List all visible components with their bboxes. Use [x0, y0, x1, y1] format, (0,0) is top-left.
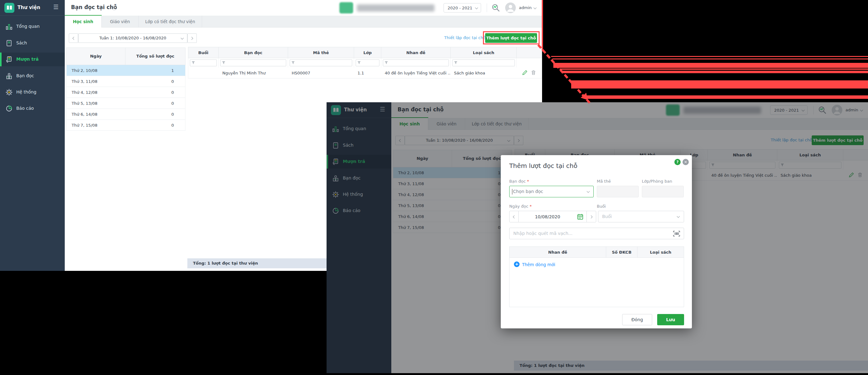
count-cell: 0: [124, 112, 179, 117]
annotation-artifact-bar: [562, 71, 868, 73]
settings-reading-link[interactable]: Thiết lập đọc tại chỗ: [444, 35, 486, 40]
save-button[interactable]: Lưu: [657, 314, 684, 325]
filter-input[interactable]: [290, 59, 352, 66]
date-field[interactable]: 10/08/2020: [518, 211, 587, 222]
filter-cell: [188, 58, 219, 68]
add-row-link[interactable]: Thêm dòng mới: [522, 262, 555, 267]
column-header-so-dkcb: Số ĐKCB: [606, 247, 638, 257]
reader-row: Nguyễn Thị Minh Thư HS00007 1.1 40 đề ôn…: [188, 68, 542, 79]
tab-giao-vien[interactable]: Giáo viên: [102, 15, 138, 28]
readers-table: Buổi Bạn đọc Mã thẻ Lớp Nhan đề Loại sác…: [188, 47, 542, 79]
reader-select[interactable]: Chọn bạn đọc: [509, 186, 594, 197]
sidebar-item-bao-cao[interactable]: Báo cáo: [0, 102, 65, 116]
annotated-tutorial-canvas: Thư viện ☰ Tổng quan Sách Mượn trả Bạn đ…: [0, 0, 868, 375]
barcode-input[interactable]: Nhập hoặc quét mã vạch...: [509, 228, 684, 239]
count-cell: 0: [124, 123, 179, 128]
plus-icon[interactable]: +: [514, 261, 520, 267]
chevron-down-icon: [475, 6, 478, 9]
days-table: Ngày Tổng số lượt đọc Thứ 2, 10/081 Thứ …: [66, 48, 185, 131]
sidebar-item-label: Sách: [16, 40, 27, 45]
chevron-left-icon: [72, 37, 76, 40]
tab-lop-doc-thu-vien[interactable]: Lớp có tiết đọc thư viện: [138, 15, 202, 28]
column-header-lop: Lớp: [354, 47, 381, 58]
modal-close-icon[interactable]: ×: [683, 159, 689, 165]
modal-table-body: + Thêm dòng mới: [509, 258, 684, 307]
week-select[interactable]: Tuần 1: 10/08/2020 - 16/08/2020: [78, 33, 187, 43]
date-prev-button[interactable]: [509, 211, 519, 222]
modal-table-header: Nhan đề Số ĐKCB Loại sách: [509, 246, 684, 258]
column-header-nhan-de: Nhan đề: [509, 247, 606, 257]
label-text: Bạn đọc: [509, 179, 526, 184]
annotation-artifact-bar: [560, 68, 868, 70]
date-next-button[interactable]: [587, 211, 596, 222]
avatar[interactable]: [505, 2, 516, 14]
class-input[interactable]: [642, 186, 684, 197]
bar-chart-icon: [6, 23, 12, 30]
filter-cell: [288, 58, 354, 68]
card-input[interactable]: [597, 186, 639, 197]
session-select[interactable]: Buổi: [598, 211, 684, 222]
header-divider: [487, 3, 487, 12]
count-cell: 0: [124, 79, 179, 84]
annotation-artifact-bar: [551, 56, 868, 57]
filter-input[interactable]: [452, 59, 515, 66]
day-row[interactable]: Thứ 6, 14/080: [66, 109, 185, 120]
sidebar-item-tong-quan[interactable]: Tổng quan: [0, 20, 65, 33]
filter-input[interactable]: [355, 59, 379, 66]
date-label: Ngày đọc *: [509, 204, 532, 209]
user-menu[interactable]: admin: [519, 5, 532, 10]
week-prev-button[interactable]: [69, 33, 78, 43]
close-button[interactable]: Đóng: [622, 314, 652, 325]
modal-help-icon[interactable]: ?: [674, 159, 681, 165]
menu-icon[interactable]: ☰: [53, 3, 59, 10]
filter-cell: [451, 58, 517, 68]
day-row[interactable]: Thứ 7, 15/080: [66, 120, 185, 131]
app-header: Bạn đọc tại chỗ ? 2020 - 2021 admin: [65, 0, 542, 15]
week-next-button[interactable]: [187, 33, 197, 43]
sidebar-item-label: Mượn trả: [16, 57, 38, 62]
filter-cell: [219, 58, 288, 68]
sidebar-item-sach[interactable]: Sách: [0, 36, 65, 50]
column-header-nhan-de: Nhan đề: [381, 47, 451, 58]
tab-hoc-sinh[interactable]: Học sinh: [65, 15, 102, 28]
days-table-header: Ngày Tổng số lượt đọc: [66, 48, 185, 65]
sidebar-item-ban-doc[interactable]: Bạn đọc: [0, 69, 65, 83]
cell-ban-doc: Nguyễn Thị Minh Thư: [219, 71, 288, 75]
count-cell: 1: [124, 68, 179, 73]
calendar-icon[interactable]: [577, 214, 583, 221]
filter-input[interactable]: [383, 59, 449, 66]
column-header-ban-doc: Bạn đọc: [219, 47, 288, 58]
barcode-icon: [673, 231, 680, 238]
day-row[interactable]: Thứ 3, 11/080: [66, 76, 185, 87]
school-year-select[interactable]: 2020 - 2021: [443, 3, 481, 12]
book-icon: [6, 40, 12, 46]
filter-cell: [381, 58, 451, 68]
filter-input[interactable]: [190, 59, 217, 66]
day-row[interactable]: Thứ 5, 13/080: [66, 98, 185, 109]
day-row[interactable]: Thứ 2, 10/081: [66, 65, 185, 76]
annotation-dashed-arrow: [537, 44, 591, 103]
page-help-icon[interactable]: ?: [112, 5, 117, 10]
day-row[interactable]: Thứ 4, 12/080: [66, 87, 185, 98]
column-header-buoi: Buổi: [188, 47, 219, 58]
search-icon[interactable]: [491, 3, 501, 14]
column-header-loai-sach: Loại sách: [451, 47, 517, 58]
text-cursor: [512, 189, 513, 194]
chevron-right-icon: [590, 216, 593, 219]
filter-cell: [517, 58, 542, 68]
column-header-loai-sach: Loại sách: [638, 247, 684, 257]
chevron-down-icon: [534, 6, 537, 9]
required-mark: *: [530, 204, 532, 209]
filter-input[interactable]: [220, 59, 286, 66]
filter-row: [188, 58, 542, 68]
sidebar-item-he-thong[interactable]: Hệ thống: [0, 85, 65, 99]
day-cell: Thứ 7, 15/08: [67, 123, 124, 128]
edit-icon[interactable]: [522, 70, 527, 76]
annotation-artifact-bar: [571, 81, 868, 89]
count-cell: 0: [124, 101, 179, 106]
date-value: 10/08/2020: [519, 211, 577, 223]
pie-chart-icon: [6, 105, 12, 112]
cell-ma-the: HS00007: [288, 71, 354, 75]
sidebar-item-muon-tra[interactable]: Mượn trả: [0, 53, 65, 66]
delete-icon[interactable]: [531, 70, 536, 76]
